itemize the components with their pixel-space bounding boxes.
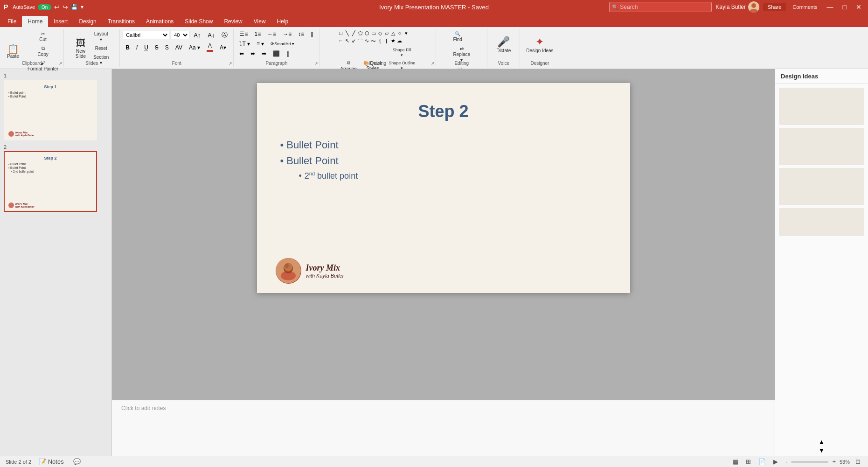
col-spacing-btn[interactable]: || bbox=[284, 49, 292, 58]
customize-btn[interactable]: ▾ bbox=[81, 4, 83, 10]
avatar[interactable] bbox=[748, 1, 759, 13]
new-slide-button[interactable]: 🖼 NewSlide bbox=[72, 36, 89, 61]
circle-shape[interactable]: ○ bbox=[396, 30, 403, 37]
tab-transitions[interactable]: Transitions bbox=[102, 16, 140, 27]
reading-view-btn[interactable]: 📄 bbox=[757, 457, 768, 466]
design-idea-1[interactable] bbox=[779, 88, 864, 125]
drawing-expand[interactable]: ↗ bbox=[431, 61, 435, 66]
clipboard-expand[interactable]: ↗ bbox=[59, 61, 62, 66]
bold-button[interactable]: B bbox=[123, 43, 132, 52]
line-spacing-btn[interactable]: ↕≡ bbox=[295, 30, 307, 38]
dictate-button[interactable]: 🎤 Dictate bbox=[493, 34, 514, 55]
justify-btn[interactable]: ⬛ bbox=[270, 49, 283, 58]
slide-thumbnail-1[interactable]: 1 Step 1 • Bullet point • Bullet Point I… bbox=[4, 73, 108, 140]
shape-fill-btn[interactable]: Shape Fill ▾ bbox=[386, 46, 417, 59]
italic-button[interactable]: I bbox=[133, 43, 140, 52]
cloud-shape[interactable]: ☁ bbox=[396, 37, 403, 45]
tab-animations[interactable]: Animations bbox=[140, 16, 179, 27]
design-idea-3[interactable] bbox=[779, 168, 864, 205]
tab-home[interactable]: Home bbox=[22, 16, 48, 27]
autosave-toggle[interactable]: On bbox=[38, 4, 51, 10]
font-size-select[interactable]: 40 bbox=[171, 31, 189, 39]
paste-button[interactable]: 📋 Paste bbox=[3, 42, 23, 61]
clear-format-btn[interactable]: Ⓐ bbox=[219, 30, 230, 40]
triangle-shape[interactable]: △ bbox=[390, 30, 396, 37]
numbered-list-btn[interactable]: 1≡ bbox=[252, 30, 264, 38]
zoom-out-btn[interactable]: - bbox=[784, 457, 789, 466]
curve-shape[interactable]: ⌒ bbox=[357, 37, 363, 45]
slide-thumb-inner-1[interactable]: Step 1 • Bullet point • Bullet Point Ivo… bbox=[4, 80, 97, 140]
design-idea-2[interactable] bbox=[779, 128, 864, 165]
strikethrough-button[interactable]: S bbox=[152, 43, 161, 52]
scribble-shape[interactable]: 〜 bbox=[370, 37, 376, 45]
font-family-select[interactable]: Calibri bbox=[123, 31, 169, 39]
design-idea-4[interactable] bbox=[779, 208, 864, 236]
round-rect-shape[interactable]: ▭ bbox=[370, 30, 376, 37]
notes-area[interactable]: Click to add notes bbox=[112, 400, 775, 456]
rect-shape[interactable]: □ bbox=[338, 30, 344, 37]
slide-title[interactable]: Step 2 bbox=[257, 102, 630, 121]
pentagon-shape[interactable]: ⬠ bbox=[357, 30, 363, 37]
line-shape[interactable]: ╲ bbox=[344, 30, 350, 37]
tab-view[interactable]: View bbox=[248, 16, 271, 27]
zoom-slider[interactable] bbox=[791, 461, 828, 463]
arrow2-shape[interactable]: ↖ bbox=[344, 37, 350, 45]
brace-shape[interactable]: { bbox=[377, 37, 383, 45]
tab-insert[interactable]: Insert bbox=[48, 16, 73, 27]
share-btn[interactable]: Share bbox=[763, 3, 786, 11]
notes-toggle-btn[interactable]: 📝 Notes bbox=[37, 457, 66, 466]
scroll-up-btn[interactable]: ▲ bbox=[819, 438, 825, 446]
font-grow-btn[interactable]: A↑ bbox=[191, 31, 203, 40]
char-spacing-btn[interactable]: AV bbox=[173, 43, 185, 52]
find-button[interactable]: 🔍 Find bbox=[451, 30, 464, 43]
slideshow-btn[interactable]: ▶ bbox=[771, 457, 780, 466]
scroll-down-btn[interactable]: ▼ bbox=[819, 446, 825, 454]
align-left-btn[interactable]: ⬅ bbox=[236, 49, 247, 58]
star-shape[interactable]: ★ bbox=[390, 37, 396, 45]
copy-button[interactable]: ⧉ Copy bbox=[25, 44, 61, 58]
fit-slide-btn[interactable]: ⊡ bbox=[854, 457, 862, 466]
minimize-btn[interactable]: — bbox=[824, 2, 836, 12]
zoom-in-btn[interactable]: + bbox=[830, 457, 838, 466]
close-btn[interactable]: ✕ bbox=[853, 2, 864, 12]
bullet-list-btn[interactable]: ☰≡ bbox=[236, 30, 250, 38]
font-expand[interactable]: ↗ bbox=[229, 61, 232, 66]
font-color-btn[interactable]: A bbox=[204, 42, 216, 53]
shadow-button[interactable]: S bbox=[162, 43, 172, 52]
comments-btn[interactable]: Comments bbox=[790, 3, 820, 11]
slide-thumb-inner-2[interactable]: Step 2 • Bullet Point • Bullet Point • 2… bbox=[4, 151, 97, 212]
tab-help[interactable]: Help bbox=[271, 16, 294, 27]
tab-review[interactable]: Review bbox=[218, 16, 248, 27]
add-columns-btn[interactable]: ‖ bbox=[308, 30, 316, 38]
change-case-btn[interactable]: Aa ▾ bbox=[186, 43, 203, 52]
diag-shape[interactable]: ╱ bbox=[351, 30, 357, 37]
decrease-indent-btn[interactable]: ←≡ bbox=[264, 30, 279, 38]
notes-placeholder[interactable]: Click to add notes bbox=[121, 405, 166, 411]
align-text-btn[interactable]: ≡ ▾ bbox=[254, 40, 267, 48]
arrow3-shape[interactable]: ↙ bbox=[351, 37, 357, 45]
redo-btn[interactable]: ↪ bbox=[62, 3, 68, 11]
tab-file[interactable]: File bbox=[2, 16, 22, 27]
tab-design[interactable]: Design bbox=[73, 16, 102, 27]
hexagon-shape[interactable]: ⬡ bbox=[364, 30, 370, 37]
search-input[interactable] bbox=[609, 2, 712, 12]
convert-smartart-btn[interactable]: ⟳SmartArt ▾ bbox=[268, 40, 297, 48]
freeform-shape[interactable]: ∿ bbox=[364, 37, 370, 45]
restore-btn[interactable]: □ bbox=[840, 2, 849, 12]
align-center-btn[interactable]: ⬌ bbox=[248, 49, 258, 58]
parallelogram-shape[interactable]: ▱ bbox=[383, 30, 389, 37]
quick-save-btn[interactable]: 💾 bbox=[71, 4, 78, 10]
design-ideas-button[interactable]: ✦ Design Ideas bbox=[523, 34, 556, 55]
slide-sorter-btn[interactable]: ⊞ bbox=[744, 457, 753, 466]
underline-button[interactable]: U bbox=[141, 43, 151, 52]
more-shapes[interactable]: ▾ bbox=[403, 30, 409, 37]
slide-thumbnail-2[interactable]: 2 Step 2 • Bullet Point • Bullet Point •… bbox=[4, 144, 108, 212]
normal-view-btn[interactable]: ▦ bbox=[731, 457, 740, 466]
layout-button[interactable]: Layout ▾ bbox=[91, 30, 111, 43]
tab-slideshow[interactable]: Slide Show bbox=[179, 16, 218, 27]
font-shrink-btn[interactable]: A↓ bbox=[205, 31, 217, 40]
undo-btn[interactable]: ↩ bbox=[54, 3, 60, 11]
text-direction-btn[interactable]: ⤵T ▾ bbox=[236, 40, 252, 48]
reset-button[interactable]: Reset bbox=[91, 44, 111, 52]
align-right-btn[interactable]: ➡ bbox=[259, 49, 269, 58]
